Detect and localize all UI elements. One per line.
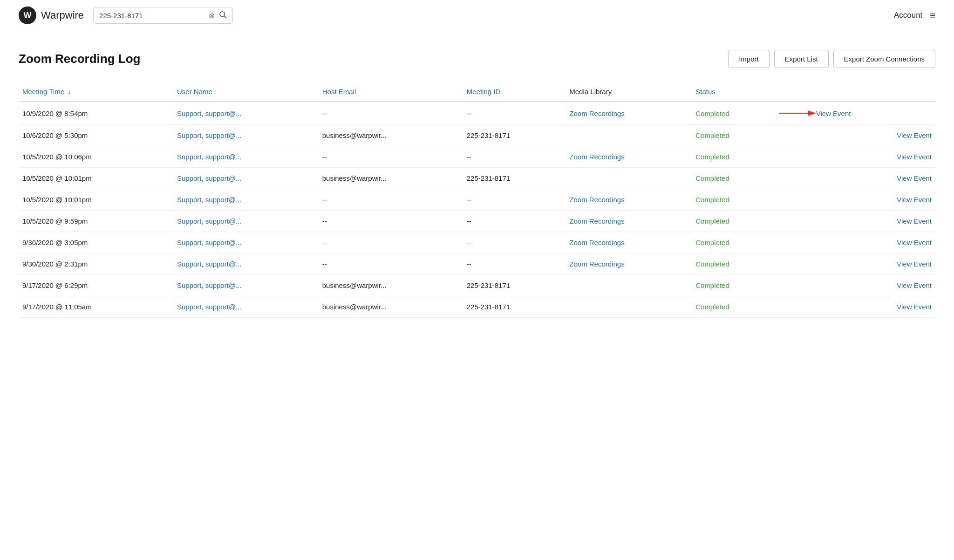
cell-status: Completed	[692, 146, 775, 168]
cell-host-email: business@warpwir...	[319, 125, 463, 146]
cell-host-email: business@warpwir...	[319, 296, 463, 318]
cell-host-email: --	[319, 146, 463, 168]
media-library-link[interactable]: Zoom Recordings	[569, 109, 624, 117]
user-name-link[interactable]: Support, support@...	[177, 303, 242, 311]
media-library-link[interactable]: Zoom Recordings	[569, 239, 624, 246]
user-name-sort-link[interactable]: User Name	[177, 88, 212, 96]
cell-media-library: Zoom Recordings	[566, 211, 692, 232]
svg-marker-3	[808, 110, 816, 116]
search-bar: ⊗	[93, 7, 233, 24]
media-library-link[interactable]: Zoom Recordings	[569, 153, 624, 161]
cell-meeting-time: 10/6/2020 @ 5:30pm	[19, 125, 173, 146]
col-media-library: Media Library	[566, 83, 692, 102]
user-name-link[interactable]: Support, support@...	[177, 196, 242, 204]
cell-user-name: Support, support@...	[173, 146, 319, 168]
cell-media-library: Zoom Recordings	[566, 102, 692, 125]
cell-status: Completed	[692, 232, 775, 253]
cell-status: Completed	[692, 253, 775, 275]
cell-status: Completed	[692, 102, 775, 125]
media-library-link[interactable]: Zoom Recordings	[569, 196, 624, 204]
page-header: Zoom Recording Log Import Export List Ex…	[19, 50, 935, 68]
cell-host-email: --	[319, 232, 463, 253]
table-row: 10/9/2020 @ 8:54pmSupport, support@...--…	[19, 102, 935, 125]
status-sort-link[interactable]: Status	[695, 88, 716, 96]
hamburger-icon[interactable]: ≡	[930, 10, 935, 21]
view-event-with-arrow: View Event	[779, 109, 932, 118]
table-body: 10/9/2020 @ 8:54pmSupport, support@...--…	[19, 102, 935, 318]
import-button[interactable]: Import	[728, 50, 770, 68]
table-row: 10/5/2020 @ 10:06pmSupport, support@...-…	[19, 146, 935, 168]
cell-media-library	[566, 296, 692, 318]
user-name-link[interactable]: Support, support@...	[177, 109, 242, 117]
cell-view-event: View Event	[775, 275, 935, 296]
view-event-link[interactable]: View Event	[897, 281, 932, 289]
table-row: 10/6/2020 @ 5:30pmSupport, support@...bu…	[19, 125, 935, 146]
cell-view-event: View Event	[775, 189, 935, 211]
cell-meeting-id: 225-231-8171	[463, 168, 566, 189]
table-row: 10/5/2020 @ 9:59pmSupport, support@...--…	[19, 211, 935, 232]
search-input[interactable]	[99, 12, 205, 20]
media-library-link[interactable]: Zoom Recordings	[569, 260, 624, 268]
sort-arrow: ↓	[68, 88, 71, 96]
cell-host-email: --	[319, 102, 463, 125]
view-event-link[interactable]: View Event	[897, 217, 932, 225]
account-label[interactable]: Account	[894, 11, 922, 20]
cell-view-event: View Event	[775, 296, 935, 318]
view-event-link[interactable]: View Event	[897, 174, 932, 182]
user-name-link[interactable]: Support, support@...	[177, 281, 242, 289]
view-event-link[interactable]: View Event	[897, 196, 932, 204]
cell-user-name: Support, support@...	[173, 125, 319, 146]
user-name-link[interactable]: Support, support@...	[177, 260, 242, 268]
view-event-link[interactable]: View Event	[897, 260, 932, 268]
media-library-link[interactable]: Zoom Recordings	[569, 217, 624, 225]
cell-media-library: Zoom Recordings	[566, 232, 692, 253]
cell-status: Completed	[692, 168, 775, 189]
user-name-link[interactable]: Support, support@...	[177, 239, 242, 246]
cell-view-event: View Event	[775, 125, 935, 146]
red-arrow-icon	[779, 109, 816, 118]
cell-view-event: View Event	[775, 232, 935, 253]
meeting-id-sort-link[interactable]: Meeting ID	[467, 88, 501, 96]
header-right: Account ≡	[894, 10, 935, 21]
clear-icon[interactable]: ⊗	[209, 11, 215, 20]
user-name-link[interactable]: Support, support@...	[177, 174, 242, 182]
cell-media-library	[566, 275, 692, 296]
user-name-link[interactable]: Support, support@...	[177, 217, 242, 225]
export-list-button[interactable]: Export List	[774, 50, 829, 68]
header: W Warpwire ⊗ Account ≡	[0, 0, 954, 31]
cell-host-email: --	[319, 211, 463, 232]
cell-user-name: Support, support@...	[173, 253, 319, 275]
cell-meeting-id: --	[463, 253, 566, 275]
view-event-link[interactable]: View Event	[897, 239, 932, 246]
table-row: 9/30/2020 @ 2:31pmSupport, support@...--…	[19, 253, 935, 275]
cell-status: Completed	[692, 125, 775, 146]
col-status: Status	[692, 83, 775, 102]
table-header: Meeting Time ↓ User Name Host Email Meet…	[19, 83, 935, 102]
host-email-sort-link[interactable]: Host Email	[322, 88, 356, 96]
search-icon[interactable]	[218, 10, 227, 20]
view-event-link[interactable]: View Event	[897, 131, 932, 139]
user-name-link[interactable]: Support, support@...	[177, 131, 242, 139]
recordings-table: Meeting Time ↓ User Name Host Email Meet…	[19, 83, 935, 318]
logo[interactable]: W Warpwire	[19, 7, 84, 24]
view-event-link[interactable]: View Event	[897, 153, 932, 161]
view-event-link[interactable]: View Event	[897, 303, 932, 311]
cell-user-name: Support, support@...	[173, 296, 319, 318]
cell-media-library	[566, 168, 692, 189]
cell-user-name: Support, support@...	[173, 275, 319, 296]
page-title: Zoom Recording Log	[19, 52, 140, 66]
col-actions	[775, 83, 935, 102]
cell-host-email: --	[319, 253, 463, 275]
view-event-link[interactable]: View Event	[816, 109, 851, 117]
cell-status: Completed	[692, 275, 775, 296]
action-buttons: Import Export List Export Zoom Connectio…	[728, 50, 935, 68]
cell-meeting-id: --	[463, 102, 566, 125]
cell-meeting-time: 10/5/2020 @ 10:01pm	[19, 189, 173, 211]
cell-user-name: Support, support@...	[173, 168, 319, 189]
cell-status: Completed	[692, 296, 775, 318]
user-name-link[interactable]: Support, support@...	[177, 153, 242, 161]
col-host-email: Host Email	[319, 83, 463, 102]
meeting-time-sort-link[interactable]: Meeting Time	[22, 88, 64, 96]
export-zoom-button[interactable]: Export Zoom Connections	[833, 50, 935, 68]
cell-host-email: --	[319, 189, 463, 211]
